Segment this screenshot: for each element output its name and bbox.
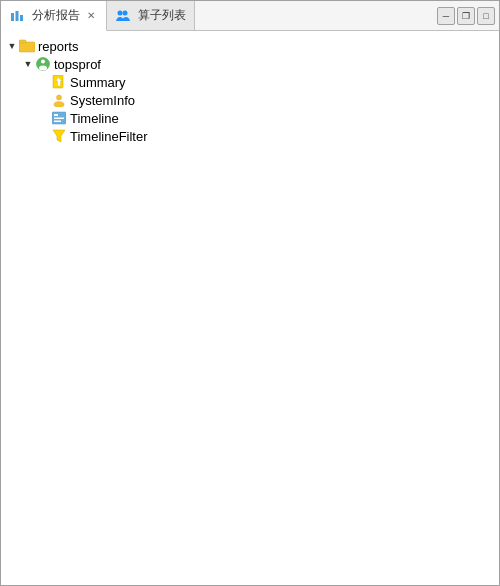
timeline-icon [51, 110, 67, 126]
svg-point-4 [123, 10, 128, 15]
tab-compute-list[interactable]: 算子列表 [107, 1, 195, 30]
tree-item-timelinefilter[interactable]: ▶ TimelineFilter [5, 127, 495, 145]
tree-item-topsprof[interactable]: ▼ topsprof [5, 55, 495, 73]
svg-rect-6 [19, 42, 35, 52]
svg-rect-2 [20, 15, 23, 21]
main-window: 分析报告 ✕ 算子列表 ─ ❐ [0, 0, 500, 586]
tab-analysis-report[interactable]: 分析报告 ✕ [1, 1, 107, 31]
svg-rect-17 [54, 121, 61, 123]
svg-rect-0 [11, 13, 14, 21]
tab-analysis-report-label: 分析报告 [32, 7, 80, 24]
svg-point-3 [118, 10, 123, 15]
timelinefilter-label: TimelineFilter [70, 129, 148, 144]
tab-analysis-report-close[interactable]: ✕ [84, 9, 98, 23]
window-controls: ─ ❐ □ [437, 1, 499, 30]
svg-rect-16 [54, 118, 64, 120]
minimize-button[interactable]: ─ [437, 7, 455, 25]
svg-rect-1 [16, 11, 19, 21]
summary-icon [51, 74, 67, 90]
maximize-button[interactable]: □ [477, 7, 495, 25]
reports-label: reports [38, 39, 78, 54]
svg-point-13 [54, 102, 64, 107]
restore-button[interactable]: ❐ [457, 7, 475, 25]
systeminfo-icon [51, 92, 67, 108]
timelinefilter-icon [51, 128, 67, 144]
tab-compute-list-label: 算子列表 [138, 7, 186, 24]
tree-item-reports[interactable]: ▼ reports [5, 37, 495, 55]
analysis-tab-icon [9, 8, 25, 24]
topsprof-icon [35, 56, 51, 72]
topsprof-label: topsprof [54, 57, 101, 72]
tree-item-timeline[interactable]: ▶ Timeline [5, 109, 495, 127]
svg-point-10 [39, 66, 47, 71]
svg-marker-18 [53, 130, 65, 142]
tab-bar: 分析报告 ✕ 算子列表 ─ ❐ [1, 1, 499, 31]
systeminfo-label: SystemInfo [70, 93, 135, 108]
folder-icon [19, 38, 35, 54]
svg-rect-15 [54, 114, 58, 116]
toggle-reports[interactable]: ▼ [5, 39, 19, 53]
tree-item-systeminfo[interactable]: ▶ SystemInfo [5, 91, 495, 109]
timeline-label: Timeline [70, 111, 119, 126]
summary-label: Summary [70, 75, 126, 90]
toggle-topsprof[interactable]: ▼ [21, 57, 35, 71]
svg-point-9 [41, 60, 45, 64]
svg-point-12 [57, 95, 62, 100]
content-area: ▼ reports ▼ topsprof [1, 31, 499, 585]
svg-rect-7 [19, 40, 26, 43]
compute-tab-icon [115, 8, 131, 24]
tree-item-summary[interactable]: ▶ Summary [5, 73, 495, 91]
